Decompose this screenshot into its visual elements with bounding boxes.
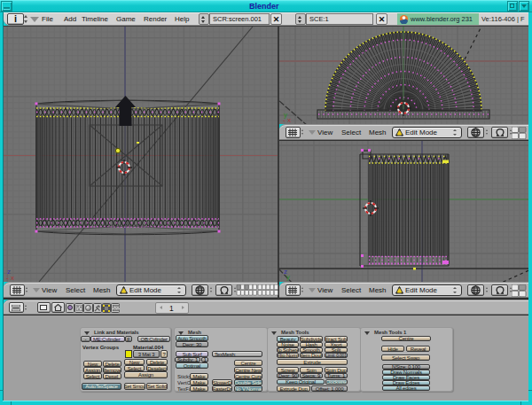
- svg-text:y: y: [286, 273, 290, 281]
- svg-text:- x: - x: [6, 274, 14, 282]
- svg-text:- x: - x: [283, 116, 291, 124]
